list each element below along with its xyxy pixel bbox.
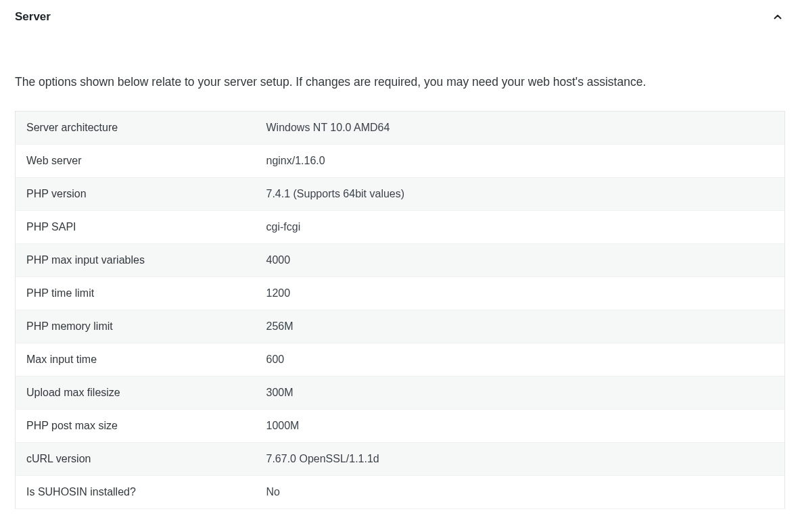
row-value: nginx/1.16.0 bbox=[256, 145, 785, 178]
table-row: Is SUHOSIN installed?No bbox=[16, 476, 785, 509]
table-row: Upload max filesize300M bbox=[16, 377, 785, 410]
server-info-table: Server architectureWindows NT 10.0 AMD64… bbox=[15, 111, 785, 509]
table-row: Max input time600 bbox=[16, 343, 785, 377]
row-label: cURL version bbox=[16, 443, 256, 476]
table-row: PHP memory limit256M bbox=[16, 310, 785, 343]
table-row: PHP max input variables4000 bbox=[16, 244, 785, 277]
table-row: Web servernginx/1.16.0 bbox=[16, 145, 785, 178]
row-value: 600 bbox=[256, 343, 785, 377]
row-label: PHP time limit bbox=[16, 277, 256, 310]
row-value: 4000 bbox=[256, 244, 785, 277]
row-value: 1000M bbox=[256, 410, 785, 443]
row-label: Max input time bbox=[16, 343, 256, 377]
chevron-up-icon[interactable] bbox=[770, 9, 785, 24]
row-value: No bbox=[256, 476, 785, 509]
row-label: Upload max filesize bbox=[16, 377, 256, 410]
row-value: 1200 bbox=[256, 277, 785, 310]
server-info-tbody: Server architectureWindows NT 10.0 AMD64… bbox=[16, 112, 785, 509]
row-label: PHP post max size bbox=[16, 410, 256, 443]
row-label: PHP max input variables bbox=[16, 244, 256, 277]
table-row: PHP SAPIcgi-fcgi bbox=[16, 211, 785, 244]
table-row: Server architectureWindows NT 10.0 AMD64 bbox=[16, 112, 785, 145]
row-value: 300M bbox=[256, 377, 785, 410]
panel-header[interactable]: Server bbox=[15, 9, 785, 24]
row-label: PHP memory limit bbox=[16, 310, 256, 343]
row-label: Is SUHOSIN installed? bbox=[16, 476, 256, 509]
table-row: PHP post max size1000M bbox=[16, 410, 785, 443]
row-value: cgi-fcgi bbox=[256, 211, 785, 244]
row-label: PHP SAPI bbox=[16, 211, 256, 244]
table-row: PHP version7.4.1 (Supports 64bit values) bbox=[16, 178, 785, 211]
row-label: PHP version bbox=[16, 178, 256, 211]
table-row: cURL version7.67.0 OpenSSL/1.1.1d bbox=[16, 443, 785, 476]
row-value: 256M bbox=[256, 310, 785, 343]
row-value: Windows NT 10.0 AMD64 bbox=[256, 112, 785, 145]
table-row: PHP time limit1200 bbox=[16, 277, 785, 310]
row-value: 7.67.0 OpenSSL/1.1.1d bbox=[256, 443, 785, 476]
row-label: Web server bbox=[16, 145, 256, 178]
row-value: 7.4.1 (Supports 64bit values) bbox=[256, 178, 785, 211]
row-label: Server architecture bbox=[16, 112, 256, 145]
panel-title: Server bbox=[15, 10, 51, 24]
panel-description: The options shown below relate to your s… bbox=[15, 73, 785, 91]
